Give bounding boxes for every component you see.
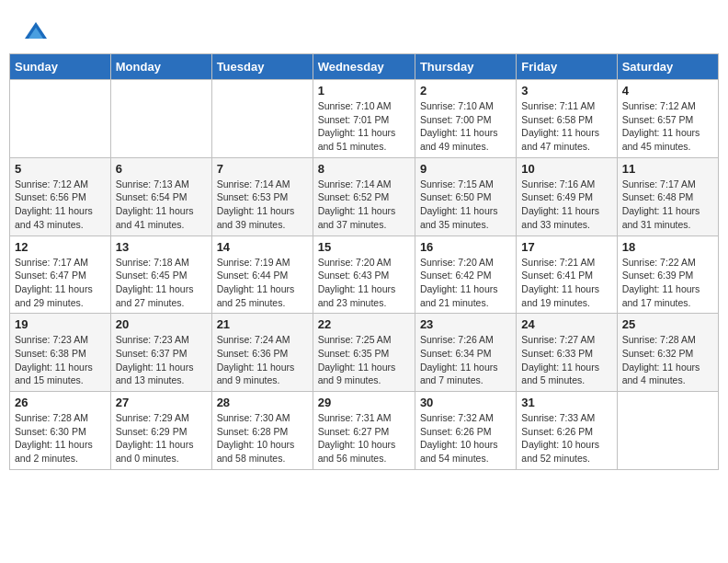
day-number: 31 — [521, 396, 611, 409]
day-cell: 10Sunrise: 7:16 AMSunset: 6:49 PMDayligh… — [517, 157, 617, 236]
day-number: 1 — [318, 84, 410, 98]
weekday-header-friday: Friday — [517, 54, 617, 80]
day-number: 2 — [420, 84, 511, 98]
day-info: Sunrise: 7:18 AMSunset: 6:45 PMDaylight:… — [116, 256, 207, 310]
day-cell: 13Sunrise: 7:18 AMSunset: 6:45 PMDayligh… — [110, 236, 211, 314]
day-info: Sunrise: 7:29 AMSunset: 6:29 PMDaylight:… — [116, 411, 207, 465]
page-header — [9, 9, 719, 49]
week-row-2: 5Sunrise: 7:12 AMSunset: 6:56 PMDaylight… — [10, 157, 719, 236]
day-cell — [617, 392, 718, 470]
day-number: 10 — [521, 162, 611, 176]
day-number: 29 — [318, 396, 410, 409]
day-cell: 7Sunrise: 7:14 AMSunset: 6:53 PMDaylight… — [211, 157, 313, 236]
day-cell: 30Sunrise: 7:32 AMSunset: 6:26 PMDayligh… — [415, 392, 516, 470]
week-row-4: 19Sunrise: 7:23 AMSunset: 6:38 PMDayligh… — [10, 314, 719, 392]
day-cell — [211, 80, 313, 158]
day-number: 9 — [420, 162, 511, 176]
day-cell: 16Sunrise: 7:20 AMSunset: 6:42 PMDayligh… — [415, 236, 516, 314]
day-cell: 14Sunrise: 7:19 AMSunset: 6:44 PMDayligh… — [211, 236, 313, 314]
day-number: 21 — [217, 317, 308, 331]
day-number: 28 — [217, 396, 308, 409]
day-cell: 17Sunrise: 7:21 AMSunset: 6:41 PMDayligh… — [517, 236, 617, 314]
day-info: Sunrise: 7:27 AMSunset: 6:33 PMDaylight:… — [521, 333, 611, 387]
weekday-header-sunday: Sunday — [10, 54, 111, 80]
day-cell: 24Sunrise: 7:27 AMSunset: 6:33 PMDayligh… — [517, 314, 617, 392]
day-number: 12 — [15, 240, 106, 254]
logo-icon — [23, 18, 49, 44]
day-cell: 4Sunrise: 7:12 AMSunset: 6:57 PMDaylight… — [617, 80, 718, 158]
week-row-3: 12Sunrise: 7:17 AMSunset: 6:47 PMDayligh… — [10, 236, 719, 314]
day-number: 7 — [217, 162, 308, 176]
week-row-1: 1Sunrise: 7:10 AMSunset: 7:01 PMDaylight… — [10, 80, 719, 158]
day-info: Sunrise: 7:12 AMSunset: 6:56 PMDaylight:… — [15, 178, 106, 232]
day-number: 4 — [622, 84, 713, 98]
day-cell — [10, 80, 111, 158]
day-info: Sunrise: 7:26 AMSunset: 6:34 PMDaylight:… — [420, 333, 511, 387]
day-cell: 27Sunrise: 7:29 AMSunset: 6:29 PMDayligh… — [110, 392, 211, 470]
day-info: Sunrise: 7:23 AMSunset: 6:37 PMDaylight:… — [116, 333, 207, 387]
day-cell: 25Sunrise: 7:28 AMSunset: 6:32 PMDayligh… — [617, 314, 718, 392]
day-number: 25 — [622, 317, 713, 331]
day-cell: 31Sunrise: 7:33 AMSunset: 6:26 PMDayligh… — [517, 392, 617, 470]
day-info: Sunrise: 7:24 AMSunset: 6:36 PMDaylight:… — [217, 333, 308, 387]
day-cell: 15Sunrise: 7:20 AMSunset: 6:43 PMDayligh… — [313, 236, 415, 314]
week-row-5: 26Sunrise: 7:28 AMSunset: 6:30 PMDayligh… — [10, 392, 719, 470]
day-cell: 21Sunrise: 7:24 AMSunset: 6:36 PMDayligh… — [211, 314, 313, 392]
day-info: Sunrise: 7:28 AMSunset: 6:32 PMDaylight:… — [622, 333, 713, 387]
day-number: 30 — [420, 396, 511, 409]
day-number: 16 — [420, 240, 511, 254]
day-number: 24 — [521, 317, 611, 331]
day-cell: 18Sunrise: 7:22 AMSunset: 6:39 PMDayligh… — [617, 236, 718, 314]
day-number: 23 — [420, 317, 511, 331]
day-info: Sunrise: 7:19 AMSunset: 6:44 PMDaylight:… — [217, 256, 308, 310]
day-number: 27 — [116, 396, 207, 409]
day-info: Sunrise: 7:33 AMSunset: 6:26 PMDaylight:… — [521, 411, 611, 465]
day-info: Sunrise: 7:22 AMSunset: 6:39 PMDaylight:… — [622, 256, 713, 310]
day-info: Sunrise: 7:20 AMSunset: 6:42 PMDaylight:… — [420, 256, 511, 310]
day-number: 6 — [116, 162, 207, 176]
day-info: Sunrise: 7:10 AMSunset: 7:00 PMDaylight:… — [420, 99, 511, 154]
weekday-header-wednesday: Wednesday — [313, 54, 415, 80]
day-cell: 12Sunrise: 7:17 AMSunset: 6:47 PMDayligh… — [10, 236, 111, 314]
day-cell: 23Sunrise: 7:26 AMSunset: 6:34 PMDayligh… — [415, 314, 516, 392]
day-cell: 9Sunrise: 7:15 AMSunset: 6:50 PMDaylight… — [415, 157, 516, 236]
day-info: Sunrise: 7:17 AMSunset: 6:47 PMDaylight:… — [15, 256, 106, 310]
day-cell: 11Sunrise: 7:17 AMSunset: 6:48 PMDayligh… — [617, 157, 718, 236]
day-info: Sunrise: 7:14 AMSunset: 6:52 PMDaylight:… — [318, 178, 410, 232]
day-cell: 6Sunrise: 7:13 AMSunset: 6:54 PMDaylight… — [110, 157, 211, 236]
day-cell: 20Sunrise: 7:23 AMSunset: 6:37 PMDayligh… — [110, 314, 211, 392]
day-cell: 28Sunrise: 7:30 AMSunset: 6:28 PMDayligh… — [211, 392, 313, 470]
day-info: Sunrise: 7:21 AMSunset: 6:41 PMDaylight:… — [521, 256, 611, 310]
day-cell: 5Sunrise: 7:12 AMSunset: 6:56 PMDaylight… — [10, 157, 111, 236]
weekday-header-tuesday: Tuesday — [211, 54, 313, 80]
day-number: 13 — [116, 240, 207, 254]
day-info: Sunrise: 7:20 AMSunset: 6:43 PMDaylight:… — [318, 256, 410, 310]
day-info: Sunrise: 7:25 AMSunset: 6:35 PMDaylight:… — [318, 333, 410, 387]
day-number: 18 — [622, 240, 713, 254]
day-info: Sunrise: 7:10 AMSunset: 7:01 PMDaylight:… — [318, 99, 410, 154]
day-number: 20 — [116, 317, 207, 331]
day-cell: 3Sunrise: 7:11 AMSunset: 6:58 PMDaylight… — [517, 80, 617, 158]
day-number: 11 — [622, 162, 713, 176]
day-cell: 22Sunrise: 7:25 AMSunset: 6:35 PMDayligh… — [313, 314, 415, 392]
day-info: Sunrise: 7:23 AMSunset: 6:38 PMDaylight:… — [15, 333, 106, 387]
logo — [23, 18, 52, 44]
day-info: Sunrise: 7:16 AMSunset: 6:49 PMDaylight:… — [521, 178, 611, 232]
day-cell: 8Sunrise: 7:14 AMSunset: 6:52 PMDaylight… — [313, 157, 415, 236]
day-cell: 1Sunrise: 7:10 AMSunset: 7:01 PMDaylight… — [313, 80, 415, 158]
day-cell — [110, 80, 211, 158]
weekday-header-row: SundayMondayTuesdayWednesdayThursdayFrid… — [10, 54, 719, 80]
day-info: Sunrise: 7:31 AMSunset: 6:27 PMDaylight:… — [318, 411, 410, 465]
day-info: Sunrise: 7:32 AMSunset: 6:26 PMDaylight:… — [420, 411, 511, 465]
day-cell: 29Sunrise: 7:31 AMSunset: 6:27 PMDayligh… — [313, 392, 415, 470]
day-cell: 19Sunrise: 7:23 AMSunset: 6:38 PMDayligh… — [10, 314, 111, 392]
weekday-header-thursday: Thursday — [415, 54, 516, 80]
day-info: Sunrise: 7:30 AMSunset: 6:28 PMDaylight:… — [217, 411, 308, 465]
day-info: Sunrise: 7:12 AMSunset: 6:57 PMDaylight:… — [622, 99, 713, 154]
day-info: Sunrise: 7:13 AMSunset: 6:54 PMDaylight:… — [116, 178, 207, 232]
day-cell: 26Sunrise: 7:28 AMSunset: 6:30 PMDayligh… — [10, 392, 111, 470]
day-number: 17 — [521, 240, 611, 254]
day-number: 8 — [318, 162, 410, 176]
day-number: 26 — [15, 396, 106, 409]
day-info: Sunrise: 7:14 AMSunset: 6:53 PMDaylight:… — [217, 178, 308, 232]
